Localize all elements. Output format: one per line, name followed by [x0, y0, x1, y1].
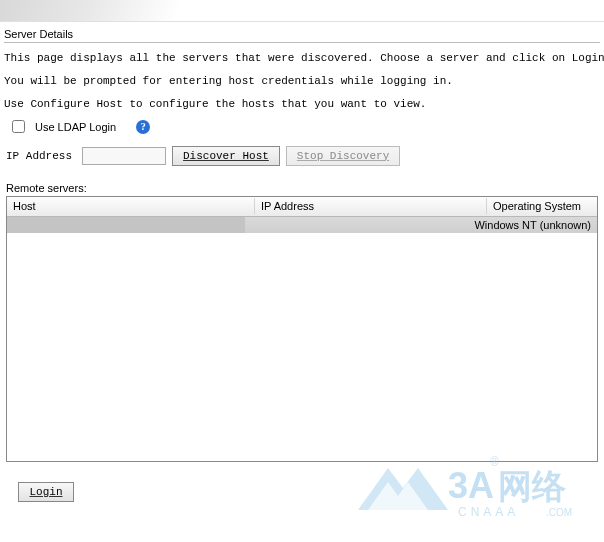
login-button[interactable]: Login — [18, 482, 74, 502]
ip-label: IP Address — [6, 150, 72, 162]
cell-host — [7, 217, 245, 233]
table-row[interactable]: Windows NT (unknown) — [7, 217, 597, 233]
help-icon[interactable]: ? — [136, 120, 150, 134]
login-row: Login — [18, 482, 600, 502]
svg-text:CNAAA: CNAAA — [458, 505, 519, 519]
divider — [4, 42, 600, 43]
ldap-label: Use LDAP Login — [35, 121, 116, 133]
table-header: Host IP Address Operating System — [7, 197, 597, 217]
col-ip[interactable]: IP Address — [255, 198, 487, 214]
remote-servers-label: Remote servers: — [6, 182, 600, 194]
cell-os: Windows NT (unknown) — [468, 219, 597, 231]
ldap-checkbox[interactable] — [12, 120, 25, 133]
col-host[interactable]: Host — [7, 198, 255, 214]
window-header — [0, 0, 604, 22]
stop-discovery-button[interactable]: Stop Discovery — [286, 146, 400, 166]
remote-servers-table: Host IP Address Operating System Windows… — [6, 196, 598, 462]
description-line-1: This page displays all the servers that … — [4, 51, 600, 66]
description-line-2: You will be prompted for entering host c… — [4, 74, 600, 89]
page-title: Server Details — [4, 28, 600, 40]
ldap-row: Use LDAP Login ? — [12, 120, 600, 134]
svg-text:.COM: .COM — [546, 507, 572, 518]
description-line-3: Use Configure Host to configure the host… — [4, 97, 600, 112]
col-os[interactable]: Operating System — [487, 198, 597, 214]
ip-row: IP Address Discover Host Stop Discovery — [6, 146, 600, 166]
ip-address-input[interactable] — [82, 147, 166, 165]
discover-host-button[interactable]: Discover Host — [172, 146, 280, 166]
